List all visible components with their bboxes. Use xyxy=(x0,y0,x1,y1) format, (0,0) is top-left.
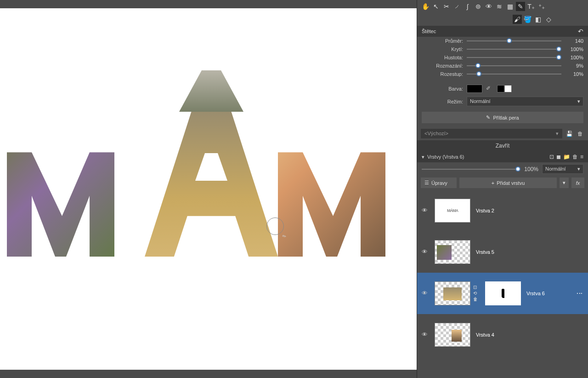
link-icon[interactable]: ⟲ xyxy=(473,291,478,296)
spacing-value: 10% xyxy=(565,71,583,77)
visibility-toggle-icon[interactable]: 👁 xyxy=(422,290,429,297)
density-track[interactable] xyxy=(467,57,561,58)
canvas-border-top xyxy=(0,0,417,8)
layer-item[interactable]: 👁 Vrstva 4 xyxy=(417,314,588,355)
tool-row-1: ✋ ↖ ✂ ⟋ ∫ ⊚ 👁 ≋ ▦ ✎ T₊ ⁺₊ xyxy=(417,0,588,13)
move-tool-icon[interactable]: ↖ xyxy=(431,2,441,11)
eye-tool-icon[interactable]: 👁 xyxy=(484,2,493,11)
layers-title: Vrstvy (Vrstva 6) xyxy=(427,154,464,160)
trash-icon[interactable]: 🗑 xyxy=(572,154,578,160)
spacing-track[interactable] xyxy=(467,74,561,74)
color-label: Barva: xyxy=(422,86,463,92)
visibility-toggle-icon[interactable]: 👁 xyxy=(422,248,429,255)
layer-name: Vrstva 5 xyxy=(476,249,494,255)
layer-opacity-value: 100% xyxy=(524,166,538,172)
opacity-track[interactable] xyxy=(467,49,561,50)
curve-tool-icon[interactable]: ∫ xyxy=(463,2,472,11)
fx-button[interactable]: fx xyxy=(571,178,584,188)
density-value: 100% xyxy=(565,55,583,60)
hand-tool-icon[interactable]: ✋ xyxy=(421,2,430,11)
save-preset-icon[interactable]: 💾 xyxy=(565,130,573,138)
blur-track[interactable] xyxy=(467,65,561,66)
add-layer-dropdown[interactable]: ▾ xyxy=(560,178,569,188)
layer-name: Vrstva 4 xyxy=(476,332,494,338)
more-tool-icon[interactable]: ⁺₊ xyxy=(537,2,546,11)
layers-header: ▾ Vrstvy (Vrstva 6) ⊡ ◼ 📁 🗑 ≡ xyxy=(417,151,588,162)
layer-thumbnail[interactable] xyxy=(435,323,470,347)
crop-tool-icon[interactable]: ✂ xyxy=(442,2,451,11)
layer-name: Vrstva 6 xyxy=(526,291,545,296)
mask-thumbnail[interactable] xyxy=(485,281,521,305)
spot-tool-icon[interactable]: ⊚ xyxy=(474,2,483,11)
edits-button[interactable]: ☰Úpravy xyxy=(421,178,457,188)
eraser-tool-icon[interactable]: ◇ xyxy=(544,15,554,24)
mask-link-controls: ⊡ ⟲ 🗑 xyxy=(473,285,478,302)
chevron-down-icon: ▾ xyxy=(577,98,580,104)
bw-swatches[interactable] xyxy=(497,85,512,92)
opacity-slider: Krytí: 100% xyxy=(417,45,588,53)
blur-label: Rozmazání: xyxy=(422,63,463,69)
layer-thumbnail[interactable] xyxy=(435,240,470,264)
bucket-tool-icon[interactable]: 🪣 xyxy=(523,15,532,24)
text-tool-icon[interactable]: T₊ xyxy=(526,2,536,11)
layer-item[interactable]: 👁 MÁMA Vrstva 2 xyxy=(417,190,588,231)
collapse-icon[interactable]: ▾ xyxy=(422,154,424,160)
layer-item[interactable]: 👁 Vrstva 5 xyxy=(417,231,588,273)
layer-item-selected[interactable]: 👁 ⊡ ⟲ 🗑 Vrstva 6 ⋮ xyxy=(417,273,588,314)
layer-name: Vrstva 2 xyxy=(476,208,494,213)
levels-tool-icon[interactable]: ▦ xyxy=(505,2,514,11)
diameter-track[interactable] xyxy=(467,40,561,41)
mode-label: Režim: xyxy=(422,99,463,104)
paint-brush-icon[interactable]: 🖌 xyxy=(513,15,522,24)
sliders-icon: ☰ xyxy=(424,180,429,186)
layer-opacity-track[interactable] xyxy=(422,169,520,170)
letter-M-2 xyxy=(278,112,416,257)
duplicate-mask-icon[interactable]: ⊡ xyxy=(473,285,478,290)
back-icon[interactable]: ↶ xyxy=(578,28,583,35)
delete-mask-icon[interactable]: 🗑 xyxy=(473,297,478,302)
layer-thumbnail[interactable]: MÁMA xyxy=(435,199,470,223)
folder-icon[interactable]: 📁 xyxy=(563,154,570,160)
pen-pressure-button[interactable]: ✎ Přítlak pera xyxy=(422,112,583,123)
pen-icon: ✎ xyxy=(486,115,490,120)
eyedropper-icon[interactable]: ✐ xyxy=(486,85,493,92)
density-label: Hustota: xyxy=(422,55,463,60)
letter-A xyxy=(145,70,278,215)
duplicate-layer-icon[interactable]: ⊡ xyxy=(549,154,554,160)
delete-preset-icon[interactable]: 🗑 xyxy=(576,130,584,138)
brush-tool-icon[interactable]: ✎ xyxy=(516,2,525,11)
layer-thumbnail[interactable] xyxy=(435,281,470,305)
color-swatch[interactable] xyxy=(467,85,482,93)
path-tool-icon[interactable]: ⟋ xyxy=(452,2,462,11)
spacing-label: Rozestup: xyxy=(422,71,463,77)
tool-row-2: 🖌 🪣 ◧ ◇ xyxy=(417,13,588,26)
menu-icon[interactable]: ≡ xyxy=(580,154,583,160)
add-layer-button[interactable]: +Přidat vrstvu xyxy=(459,178,557,188)
right-panel: ✋ ↖ ✂ ⟋ ∫ ⊚ 👁 ≋ ▦ ✎ T₊ ⁺₊ 🖌 🪣 ◧ ◇ Štětec… xyxy=(417,0,588,378)
visibility-toggle-icon[interactable]: 👁 xyxy=(422,331,429,338)
opacity-value: 100% xyxy=(565,46,583,52)
layer-opacity-row: 100% Normální▾ xyxy=(417,162,588,176)
spacing-slider: Rozestup: 10% xyxy=(417,70,588,78)
letter-M-1 xyxy=(7,112,145,257)
canvas[interactable]: ✎ xyxy=(0,8,417,370)
blend-mode-select[interactable]: Normální▾ xyxy=(467,97,583,106)
gradient-tool-icon[interactable]: ◧ xyxy=(534,15,543,24)
layer-action-buttons: ☰Úpravy +Přidat vrstvu ▾ fx xyxy=(417,176,588,190)
close-button[interactable]: Zavřít xyxy=(417,140,588,151)
plus-icon: + xyxy=(492,180,494,186)
opacity-label: Krytí: xyxy=(422,46,463,52)
preset-select[interactable]: <Výchozí>▾ xyxy=(421,129,562,138)
canvas-area[interactable]: ✎ xyxy=(0,0,417,378)
preset-row: <Výchozí>▾ 💾 🗑 xyxy=(417,127,588,140)
artwork-text xyxy=(7,112,417,257)
layer-blend-select[interactable]: Normální▾ xyxy=(542,164,583,174)
density-slider: Hustota: 100% xyxy=(417,53,588,62)
liquify-tool-icon[interactable]: ≋ xyxy=(495,2,504,11)
brush-title: Štětec xyxy=(422,29,436,34)
mask-icon[interactable]: ◼ xyxy=(556,154,561,160)
brush-section-header: Štětec ↶ xyxy=(417,26,588,37)
chevron-down-icon: ▾ xyxy=(556,131,559,137)
layer-more-icon[interactable]: ⋮ xyxy=(576,290,583,297)
visibility-toggle-icon[interactable]: 👁 xyxy=(422,207,429,214)
